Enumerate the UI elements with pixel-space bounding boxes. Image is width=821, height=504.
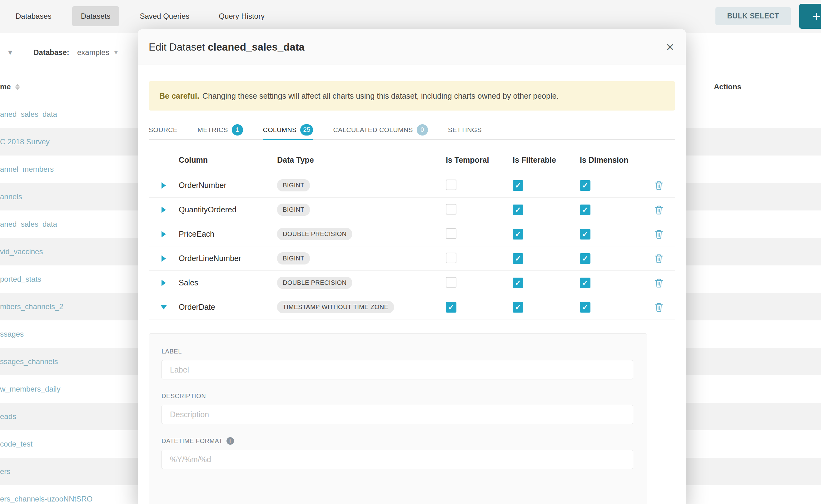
column-header: Column	[179, 156, 277, 165]
delete-column-button[interactable]	[642, 302, 675, 312]
dataset-link[interactable]: ers	[0, 467, 10, 476]
dataset-link[interactable]: mbers_channels_2	[0, 302, 63, 311]
dataset-link[interactable]: ers_channels-uzooNNtSRO	[0, 495, 92, 503]
nav-item-query-history[interactable]: Query History	[210, 6, 273, 26]
dataset-link[interactable]: ported_stats	[0, 275, 41, 284]
edit-dataset-modal: Edit Dataset cleaned_sales_data ✕ Be car…	[138, 29, 686, 504]
data-type-cell: DOUBLE PRECISION	[277, 277, 446, 289]
caret-cell	[149, 255, 179, 262]
dataset-link[interactable]: vid_vaccines	[0, 247, 43, 256]
tab-columns[interactable]: COLUMNS25	[263, 120, 313, 140]
database-filter-label: Database:	[33, 48, 69, 57]
data-type-cell: BIGINT	[277, 252, 446, 264]
is-filterable-checkbox[interactable]	[513, 278, 523, 288]
modal-header: Edit Dataset cleaned_sales_data ✕	[138, 29, 686, 65]
is-temporal-checkbox-cell	[446, 180, 513, 191]
info-icon[interactable]: i	[226, 437, 234, 445]
dataset-link[interactable]: aned_sales_data	[0, 110, 57, 119]
column-name: Sales	[179, 278, 277, 287]
expand-caret-icon[interactable]	[161, 207, 166, 213]
sort-icon[interactable]	[15, 84, 20, 90]
is-temporal-checkbox[interactable]	[446, 277, 457, 288]
actions-column-header: Actions	[714, 82, 741, 91]
nav-item-datasets[interactable]: Datasets	[72, 6, 119, 26]
expand-caret-icon[interactable]	[161, 231, 166, 237]
tab-badge: 25	[300, 124, 313, 136]
is-filterable-checkbox-cell	[513, 253, 580, 264]
is-temporal-checkbox-cell	[446, 253, 513, 264]
delete-column-button[interactable]	[642, 205, 675, 215]
data-type-cell: BIGINT	[277, 204, 446, 216]
delete-column-button[interactable]	[642, 180, 675, 190]
is-filterable-checkbox[interactable]	[513, 180, 523, 191]
is-dimension-checkbox[interactable]	[580, 302, 591, 313]
is-temporal-checkbox[interactable]	[446, 204, 457, 215]
tab-calculated-columns[interactable]: CALCULATED COLUMNS0	[333, 120, 428, 140]
dataset-link[interactable]: annel_members	[0, 165, 54, 174]
is-temporal-checkbox[interactable]	[446, 253, 457, 263]
expand-caret-icon[interactable]	[161, 182, 166, 189]
column-detail-panel: LABEL DESCRIPTION DATETIME FORMAT i	[149, 333, 647, 504]
add-dataset-button[interactable]: +	[799, 4, 821, 29]
data-type-pill: DOUBLE PRECISION	[277, 228, 352, 240]
bulk-select-button[interactable]: BULK SELECT	[715, 7, 791, 25]
column-row-quantityordered: QuantityOrderedBIGINT	[149, 198, 675, 222]
is-filterable-checkbox[interactable]	[513, 253, 523, 264]
nav-item-databases[interactable]: Databases	[7, 6, 60, 26]
is-temporal-checkbox-cell	[446, 204, 513, 216]
tab-metrics[interactable]: METRICS1	[197, 120, 243, 140]
expand-caret-icon[interactable]	[161, 280, 166, 286]
is-dimension-checkbox-cell	[580, 205, 642, 215]
dataset-link[interactable]: code_test	[0, 440, 32, 448]
delete-column-button[interactable]	[642, 229, 675, 239]
is-dimension-checkbox[interactable]	[580, 278, 591, 288]
description-input[interactable]	[161, 405, 633, 424]
is-temporal-checkbox[interactable]	[446, 180, 457, 190]
column-row-sales: SalesDOUBLE PRECISION	[149, 271, 675, 295]
tab-source[interactable]: SOURCE	[149, 120, 177, 140]
dataset-link[interactable]: w_members_daily	[0, 385, 60, 393]
chevron-down-icon[interactable]: ▾	[8, 47, 12, 57]
dataset-link[interactable]: ssages	[0, 330, 24, 338]
tab-settings[interactable]: SETTINGS	[448, 120, 482, 140]
tab-label: SETTINGS	[448, 126, 482, 134]
datetime-format-input[interactable]	[161, 450, 633, 469]
tab-label: SOURCE	[149, 126, 177, 134]
is-temporal-checkbox[interactable]	[446, 228, 457, 239]
trash-icon	[654, 229, 664, 239]
nav-item-saved-queries[interactable]: Saved Queries	[131, 6, 198, 26]
close-icon[interactable]: ✕	[666, 42, 675, 52]
is-dimension-checkbox-cell	[580, 302, 642, 313]
label-input[interactable]	[161, 360, 633, 379]
columns-table-header: Column Data Type Is Temporal Is Filterab…	[149, 147, 675, 173]
caret-cell	[149, 182, 179, 189]
is-dimension-checkbox[interactable]	[580, 205, 591, 215]
name-column-header[interactable]: me	[0, 82, 20, 91]
is-filterable-header: Is Filterable	[513, 156, 580, 165]
dataset-link[interactable]: aned_sales_data	[0, 220, 57, 229]
caret-cell	[149, 280, 179, 286]
data-type-pill: BIGINT	[277, 204, 310, 216]
is-dimension-checkbox[interactable]	[580, 229, 591, 240]
dataset-link[interactable]: C 2018 Survey	[0, 137, 50, 146]
data-type-header: Data Type	[277, 156, 446, 165]
is-filterable-checkbox[interactable]	[513, 205, 523, 215]
is-filterable-checkbox[interactable]	[513, 302, 523, 313]
trash-icon	[654, 205, 664, 215]
tab-label: METRICS	[197, 126, 228, 134]
is-dimension-checkbox-cell	[580, 253, 642, 264]
database-filter-select[interactable]: examples ▾	[77, 48, 118, 57]
is-filterable-checkbox[interactable]	[513, 229, 523, 240]
collapse-caret-icon[interactable]	[161, 305, 167, 309]
is-dimension-checkbox[interactable]	[580, 180, 591, 191]
dataset-link[interactable]: annels	[0, 192, 22, 201]
is-temporal-checkbox[interactable]	[446, 302, 457, 313]
is-dimension-checkbox[interactable]	[580, 253, 591, 264]
dataset-link[interactable]: eads	[0, 412, 16, 421]
dataset-link[interactable]: ssages_channels	[0, 357, 58, 366]
is-temporal-header: Is Temporal	[446, 156, 513, 165]
nav-right: BULK SELECT +	[715, 4, 821, 29]
expand-caret-icon[interactable]	[161, 255, 166, 262]
delete-column-button[interactable]	[642, 254, 675, 264]
delete-column-button[interactable]	[642, 278, 675, 288]
